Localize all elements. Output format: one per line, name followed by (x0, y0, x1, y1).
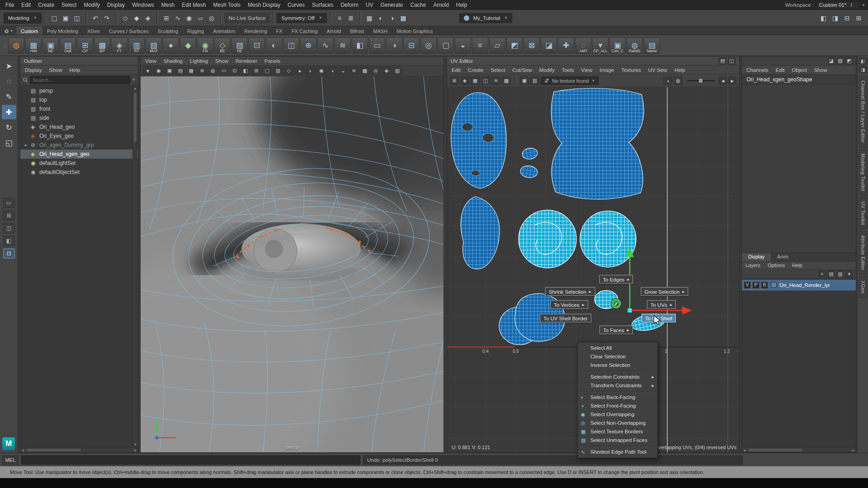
menu-item[interactable]: Arnold (429, 2, 453, 8)
shelf-button[interactable]: ◐ (266, 38, 282, 54)
shelf-button[interactable]: ◆ (180, 38, 196, 54)
sidebar-vertical-tab[interactable]: Attribute Editor (859, 231, 867, 275)
rotate-tool[interactable]: ↻ (2, 120, 16, 135)
workspace-switcher[interactable]: Workspace : Custom 01* ▲▼ ▼ (785, 0, 868, 10)
context-menu-item[interactable]: Inverse Selection (578, 361, 657, 370)
scale-tool[interactable]: ◱ (2, 136, 16, 150)
menu-item[interactable]: Help (66, 67, 84, 73)
sidebar-vertical-tab[interactable]: XGen (859, 276, 867, 298)
outliner-item[interactable]: ◈ Ori_Eyes_geo (20, 131, 138, 141)
display-layer-row[interactable]: V P R Ori_Head_Render_lyr (742, 280, 856, 291)
shade-uvs-icon[interactable]: ▦ (471, 76, 480, 85)
save-scene-icon[interactable]: ◫ (71, 12, 83, 23)
layer-color-swatch[interactable] (771, 282, 777, 288)
no-live-surface-button[interactable]: No Live Surface (225, 13, 270, 23)
sidebar-vertical-tab[interactable]: Channel Box / Layer Editor (859, 76, 867, 148)
workspace-dock-icon[interactable]: ◧ (859, 57, 867, 65)
workspace-field[interactable]: Custom 01* ▲▼ (816, 1, 859, 9)
viewport-canvas[interactable]: persp (141, 76, 443, 452)
shelf-button[interactable]: ▤ Outl (60, 38, 76, 54)
menu-item[interactable]: Select (487, 67, 509, 73)
context-menu-item[interactable]: Select All (578, 344, 657, 352)
render-settings-icon[interactable]: ▩ (398, 12, 409, 23)
pixel-snap-icon[interactable]: ◈ (460, 76, 469, 85)
toggle-modeling-toolkit-icon[interactable]: ⊞ (853, 12, 864, 23)
persp-outliner-layout-button[interactable]: ◫ (3, 223, 15, 233)
search-input[interactable] (30, 76, 130, 84)
select-camera-icon[interactable]: ▼ (143, 66, 153, 75)
film-gate-icon[interactable]: ▭ (219, 66, 229, 75)
select-by-object-icon[interactable]: ◆ (131, 12, 142, 23)
safe-title-icon[interactable]: ▥ (273, 66, 283, 75)
checker-display-icon[interactable]: ▩ (502, 76, 511, 85)
layer-editor-tab[interactable]: Anim (771, 253, 795, 261)
menu-item[interactable]: Help (788, 263, 806, 268)
shelf-button[interactable]: ▤ Name (644, 38, 660, 54)
undo-icon[interactable]: ↶ (90, 12, 101, 23)
select-tool[interactable]: ➤ (2, 59, 16, 73)
uv-snapshot-icon[interactable]: ◫ (728, 57, 736, 65)
shelf-button[interactable]: ≡ (472, 38, 488, 54)
uv-grid-snap-icon[interactable]: ⊞ (450, 76, 459, 85)
menu-item[interactable]: Display (21, 67, 46, 73)
menu-item[interactable]: Mesh Tools (210, 2, 244, 8)
shelf-button[interactable]: ◎ (420, 38, 437, 54)
textured-display-icon[interactable]: ◐ (306, 66, 316, 75)
redo-icon[interactable]: ↷ (101, 12, 113, 23)
menu-item[interactable]: Textures (618, 67, 644, 73)
scrollbar-thumb[interactable] (134, 93, 137, 142)
context-menu-item[interactable]: ◑ Select Front-Facing (578, 402, 657, 410)
gate-mask-icon[interactable]: ◧ (241, 66, 250, 75)
scroll-right-icon[interactable]: ► (852, 448, 855, 452)
shelf-button[interactable]: ≋ (335, 38, 351, 54)
lasso-select-tool[interactable]: ◌ (2, 74, 16, 89)
outliner-item[interactable]: ◈ Ori_Head_xgen_geo (20, 150, 138, 159)
shelf-button[interactable]: ◒ (455, 38, 471, 54)
menu-item[interactable]: Surfaces (308, 2, 337, 8)
menu-item[interactable]: Edit (18, 2, 34, 8)
new-scene-icon[interactable]: ▢ (49, 12, 60, 23)
shape-node-name[interactable]: Ori_Head_xgen_geoShape (742, 75, 856, 84)
shelf-button[interactable]: ⊠ (524, 38, 540, 54)
shelf-button[interactable]: ◫ (283, 38, 299, 54)
scroll-left-icon[interactable]: ◄ (743, 448, 746, 452)
menu-item[interactable]: Help (671, 67, 689, 73)
menu-item[interactable]: Mesh (158, 2, 178, 8)
menu-item[interactable]: View (578, 67, 596, 73)
menu-item[interactable]: Show (212, 58, 232, 64)
chevron-down-icon[interactable]: ▼ (132, 78, 136, 82)
menu-item[interactable]: Edit (772, 67, 788, 73)
marking-menu-to-faces[interactable]: To Faces▶ (599, 326, 633, 334)
single-pane-layout-button[interactable]: ▭ (3, 198, 15, 208)
scroll-left-icon[interactable]: ◄ (21, 448, 24, 452)
snap-to-view-plane-icon[interactable]: ▱ (195, 12, 206, 23)
shelf-tab[interactable]: Sculpting (153, 27, 183, 35)
outliner-item[interactable]: ◉ defaultObjectSet (20, 168, 138, 177)
slider-knob[interactable] (698, 78, 703, 83)
shelf-gear-icon[interactable]: ▼ (1, 27, 16, 35)
toggle-channel-box-icon[interactable]: ⊟ (841, 12, 853, 23)
outliner-item[interactable]: ◉ defaultLightSet (20, 159, 138, 168)
shelf-button[interactable]: ◪ (541, 38, 557, 54)
menu-item[interactable]: UV (362, 2, 377, 8)
shelf-tab[interactable]: Curves / Surfaces (104, 27, 153, 35)
ipr-render-icon[interactable]: ◑ (387, 12, 398, 23)
menu-item[interactable]: Select (58, 2, 80, 8)
snap-to-grid-icon[interactable]: ⊞ (161, 12, 172, 23)
shelf-button[interactable]: ● (163, 38, 179, 54)
context-menu-item[interactable]: ▦ Select Texture Borders (578, 427, 657, 436)
marking-menu-to-uvs[interactable]: To UVs▶ (647, 300, 676, 309)
menu-item[interactable]: Curves (284, 2, 308, 8)
speed-ramp-icon[interactable]: ▨ (836, 57, 844, 65)
lock-camera-icon[interactable]: ◉ (154, 66, 164, 75)
outliner-item[interactable]: ◈ Ori_Head_geo (20, 122, 138, 131)
construction-history-icon[interactable]: ≡ (334, 12, 345, 23)
menu-item[interactable]: View (142, 58, 160, 64)
shelf-button[interactable]: ▥ RT (128, 38, 145, 54)
marking-menu-to-edges[interactable]: To Edges▶ (599, 275, 633, 284)
two-pane-layout-button[interactable]: ◧ (3, 236, 15, 246)
outliner-title[interactable]: Outliner (20, 56, 138, 66)
xray-icon[interactable]: ▧ (392, 66, 402, 75)
new-layer-from-selected-icon[interactable]: ▤ (827, 270, 835, 277)
menu-item[interactable]: Lighting (186, 58, 212, 64)
